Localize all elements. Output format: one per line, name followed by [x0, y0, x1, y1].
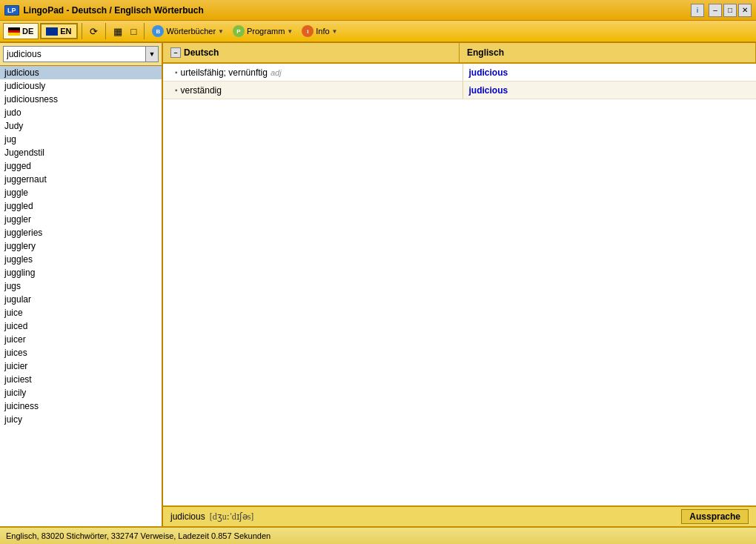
word-list: judiciousjudiciouslyjudiciousnessjudoJud…	[0, 66, 162, 526]
pronunciation-word: judicious	[170, 511, 205, 522]
app-title: LingoPad - Deutsch / Englisch Wörterbuch	[24, 5, 691, 16]
word-list-item[interactable]: jugged	[0, 159, 162, 173]
dict-entries: urteilsfähig; vernünftig adjjudiciousver…	[163, 64, 756, 505]
window-icon: □	[131, 26, 137, 37]
grid-icon: ▦	[113, 26, 122, 37]
woerterbucher-arrow: ▼	[218, 28, 224, 35]
word-list-item[interactable]: juicier	[0, 359, 162, 373]
word-list-item[interactable]: jugular	[0, 293, 162, 306]
flag-en-icon	[46, 27, 58, 36]
minimize-button[interactable]: –	[709, 4, 722, 17]
search-dropdown: ▼	[3, 46, 159, 62]
programm-icon: P	[233, 25, 245, 37]
info-label: Info	[316, 27, 329, 36]
close-button[interactable]: ✕	[738, 4, 752, 17]
word-list-item[interactable]: juggles	[0, 253, 162, 266]
word-list-item[interactable]: judiciously	[0, 79, 162, 93]
book-icon: B	[152, 25, 164, 37]
englisch-column-label: Englisch	[467, 47, 504, 58]
left-panel: ▼ judiciousjudiciouslyjudiciousnessjudoJ…	[0, 43, 163, 526]
word-list-item[interactable]: juice	[0, 306, 162, 319]
dict-entry-row[interactable]: verständig judicious	[163, 82, 756, 99]
maximize-button[interactable]: □	[723, 4, 737, 17]
word-list-item[interactable]: juices	[0, 346, 162, 359]
word-list-item[interactable]: juicy	[0, 413, 162, 426]
menu-separator-1	[82, 23, 82, 39]
status-text: Englisch, 83020 Stichwörter, 332747 Verw…	[6, 531, 271, 540]
deutsch-column-label: Deutsch	[184, 47, 219, 58]
menu-bar: DE EN ⟳ ▦ □ B Wörterbücher ▼ P Programm …	[0, 21, 756, 43]
dict-header-englisch: Englisch	[460, 43, 756, 62]
dict-header-deutsch: – Deutsch	[163, 43, 460, 62]
dict-cell-deutsch: urteilsfähig; vernünftig adj	[163, 64, 463, 81]
status-bar: Englisch, 83020 Stichwörter, 332747 Verw…	[0, 526, 756, 544]
lang-de-label: DE	[22, 27, 33, 36]
word-list-item[interactable]: Jugendstil	[0, 146, 162, 159]
info-arrow: ▼	[332, 28, 338, 35]
toolbar-grid-icon[interactable]: ▦	[110, 22, 126, 40]
woerterbucher-label: Wörterbücher	[166, 27, 216, 36]
word-list-item[interactable]: juggleries	[0, 226, 162, 239]
search-box-container: ▼	[0, 43, 162, 66]
toolbar-window-icon[interactable]: □	[127, 22, 141, 40]
word-list-item[interactable]: judo	[0, 106, 162, 119]
app-icon: LP	[4, 5, 19, 16]
flag-de-icon	[8, 27, 20, 36]
pronunciation-ipa: [dʒuːˈdɪʃəs]	[210, 511, 254, 523]
word-list-item[interactable]: Judy	[0, 119, 162, 133]
word-list-item[interactable]: juggled	[0, 199, 162, 213]
dict-cell-englisch: judicious	[463, 82, 757, 99]
word-list-item[interactable]: judicious	[0, 66, 162, 79]
word-list-item[interactable]: jug	[0, 133, 162, 146]
window-controls: – □ ✕	[709, 4, 752, 17]
woerterbucher-menu[interactable]: B Wörterbücher ▼	[148, 22, 228, 40]
pronunciation-bar: judicious [dʒuːˈdɪʃəs] Aussprache	[163, 505, 756, 526]
lang-de-button[interactable]: DE	[3, 23, 39, 39]
entry-pos: adj	[271, 68, 282, 77]
right-panel: – Deutsch Englisch urteilsfähig; vernünf…	[163, 43, 756, 526]
word-list-item[interactable]: juggle	[0, 186, 162, 199]
title-info-button[interactable]: i	[691, 4, 704, 17]
programm-label: Programm	[247, 27, 285, 36]
title-bar: LP LingoPad - Deutsch / Englisch Wörterb…	[0, 0, 756, 21]
dict-entry-row[interactable]: urteilsfähig; vernünftig adjjudicious	[163, 64, 756, 82]
aussprache-button[interactable]: Aussprache	[681, 509, 749, 524]
dict-header: – Deutsch Englisch	[163, 43, 756, 64]
dict-cell-englisch: judicious	[463, 64, 757, 81]
word-list-item[interactable]: juiciness	[0, 399, 162, 413]
search-input[interactable]	[3, 46, 145, 62]
word-list-item[interactable]: juggler	[0, 213, 162, 226]
word-list-item[interactable]: jugs	[0, 279, 162, 293]
menu-separator-2	[105, 23, 106, 39]
info-menu[interactable]: i Info ▼	[298, 22, 341, 40]
search-dropdown-button[interactable]: ▼	[145, 46, 159, 62]
back-button[interactable]: ⟳	[86, 22, 102, 40]
lang-en-label: EN	[60, 27, 71, 36]
menu-separator-3	[144, 23, 145, 39]
word-list-item[interactable]: juicer	[0, 333, 162, 346]
word-list-item[interactable]: juiciest	[0, 373, 162, 386]
dict-cell-deutsch: verständig	[163, 82, 463, 99]
programm-menu[interactable]: P Programm ▼	[229, 22, 296, 40]
main-area: ▼ judiciousjudiciouslyjudiciousnessjudoJ…	[0, 43, 756, 526]
collapse-button[interactable]: –	[170, 47, 181, 58]
word-list-item[interactable]: juiced	[0, 319, 162, 333]
word-list-item[interactable]: judiciousness	[0, 93, 162, 106]
word-list-item[interactable]: juicily	[0, 386, 162, 399]
word-list-item[interactable]: juggernaut	[0, 173, 162, 186]
word-list-item[interactable]: juggling	[0, 266, 162, 279]
programm-arrow: ▼	[287, 28, 293, 35]
back-icon: ⟳	[90, 26, 98, 37]
lang-en-button[interactable]: EN	[40, 23, 77, 39]
word-list-item[interactable]: jugglery	[0, 239, 162, 253]
info-icon: i	[302, 25, 314, 37]
